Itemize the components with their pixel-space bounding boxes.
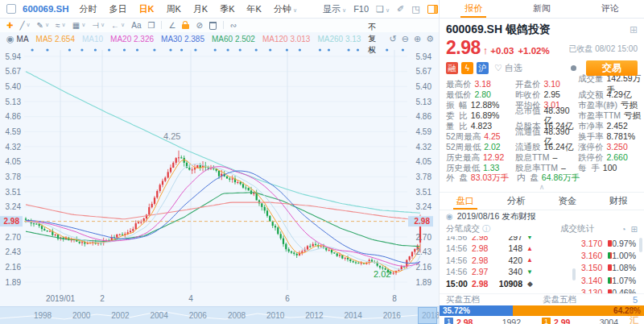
window-icon[interactable] (6, 4, 16, 14)
stat-row: 3.1401.07% (581, 274, 636, 286)
zoom-in-icon[interactable]: ⊕ (414, 34, 421, 44)
move-tool-icon[interactable]: ✚ (6, 21, 13, 30)
event-marker-icon (402, 48, 404, 51)
up-arrow-icon: ↑ (483, 44, 489, 56)
stat-price: 3.170 (581, 239, 603, 248)
field-value: 2.80 (475, 89, 491, 101)
tick-volume: 340 (497, 267, 522, 276)
panel-toggle-icon[interactable] (427, 5, 438, 14)
quote-field: 历史最高12.92 (446, 152, 515, 164)
period-tab-日K[interactable]: 日K (139, 3, 155, 15)
event-marker-icon (108, 48, 110, 51)
clock-icon[interactable]: ◔ (621, 225, 626, 234)
quote-tab-新闻[interactable]: 新闻 (508, 0, 576, 18)
margin-tag: 融 (446, 62, 458, 74)
quote-field: 股息TTM– (515, 152, 578, 164)
x-axis-label: 4 (188, 294, 193, 303)
event-marker-icon (68, 48, 71, 51)
y-axis-label-left: 5.40 (6, 82, 22, 91)
field-value: 8.781% (607, 131, 636, 143)
delete-drawings-icon[interactable] (209, 20, 217, 30)
stats-grid-icon[interactable]: ⊞ (631, 225, 638, 234)
ma-toggle[interactable]: ◉MA (6, 34, 29, 44)
navigator-thumb[interactable] (418, 307, 437, 324)
undo-icon[interactable]: ↺ (389, 34, 396, 44)
period-tab-月K[interactable]: 月K (193, 3, 208, 15)
sell1-row[interactable]: 1 2.99 3004 (542, 318, 639, 324)
zoom-out-icon[interactable]: ⊖ (402, 34, 409, 44)
grid-layout-icon[interactable]: ⊞ (630, 24, 638, 35)
tick-row: 14:562.98420▲ (446, 255, 533, 266)
ma-legend-MA260[interactable]: MA260 3.13 (317, 35, 361, 44)
tick-list[interactable]: 14:562.98297▼14:562.98148▲14:562.98420▲1… (446, 236, 533, 289)
chart-area: ✚╱∨✎∨≈∨▦∨⊣∨←∨Aa❐∠⊘∾ ◉MAMA5 2.654MA10 MA2… (0, 18, 439, 324)
period-tab-分钟[interactable]: 分钟∨ (274, 3, 297, 15)
event-marker-icon (328, 48, 330, 51)
ma-legend-MA5[interactable]: MA5 2.654 (36, 35, 75, 44)
detail-tab-资金[interactable]: 资金 (542, 193, 593, 210)
alert-bell-icon[interactable] (571, 65, 576, 71)
depth-level-toggle[interactable]: 5 (633, 295, 638, 305)
period-tab-多日[interactable]: 多日 (109, 3, 127, 15)
field-value: 3.10 (543, 79, 559, 90)
tick-direction-icon: ◆ (522, 280, 533, 288)
arrow-tool-icon[interactable]: ←∨ (111, 21, 125, 30)
angle-tool-icon[interactable]: ∠ (168, 21, 175, 30)
field-label: 跌停价 (578, 152, 604, 164)
stat-percent: 1.07% (612, 276, 636, 285)
level1-row: 1 2.98 1992 1 2.99 3004 (440, 316, 644, 324)
event-marker-icon (269, 48, 271, 51)
history-navigator[interactable]: 2018201620142012201020082006200420022000… (0, 306, 439, 324)
trade-button[interactable]: 交易 (586, 60, 638, 76)
field-value: 2.02 (484, 142, 500, 153)
pencil-tool-icon[interactable]: ✎∨ (37, 21, 50, 30)
lock-tool-icon[interactable] (182, 21, 189, 29)
period-tab-季K[interactable]: 季K (220, 3, 234, 15)
fib-tool-icon[interactable]: ▦∨ (72, 21, 86, 30)
stat-percent: 0.46% (612, 288, 636, 293)
adjust-mode-label[interactable]: 不复权 (368, 22, 382, 56)
period-tab-年K[interactable]: 年K (247, 3, 262, 15)
gear-icon[interactable]: ⚙ (426, 34, 434, 44)
tick-direction-icon: ▲ (522, 256, 533, 264)
tick-scrollbar[interactable] (572, 268, 576, 280)
quote-tab-报价[interactable]: 报价 (440, 0, 508, 18)
screenshot-icon[interactable]: ✐ (397, 4, 404, 15)
ma-legend-MA60[interactable]: MA60 2.502 (212, 35, 255, 44)
tick-volume: 10908 (497, 279, 522, 289)
ma-legend-MA120[interactable]: MA120 3.013 (262, 35, 311, 44)
fullscreen-icon[interactable]: ◳ (411, 4, 419, 15)
measure-tool-icon[interactable]: ⊣∨ (92, 21, 105, 30)
symbol-label[interactable]: 600069.SH (23, 4, 69, 14)
chevron-down-icon: ∨ (81, 22, 85, 28)
layout-dropdown[interactable]: ❏∨ (376, 4, 390, 15)
chevron-down-icon: ∨ (101, 22, 105, 28)
ma-legend-MA10[interactable]: MA10 (82, 35, 103, 44)
tick-list-title: 分笔成交 (446, 223, 480, 235)
text-tool-icon[interactable]: Aa (131, 21, 141, 30)
add-watchlist-button[interactable]: ♡ 自选 (494, 62, 522, 74)
display-dropdown[interactable]: 显示∨ (323, 3, 346, 15)
detail-tab-财报[interactable]: 财报 (593, 193, 644, 210)
announcement-row[interactable]: ◉ 2019/08/16 发布财报 (440, 210, 644, 223)
wave-tool-icon[interactable]: ≈∨ (56, 21, 66, 30)
hide-drawings-icon[interactable]: ⊘ (196, 21, 202, 30)
collapse-chevron-icon[interactable]: ∧ (440, 184, 644, 191)
detail-tab-分析[interactable]: 分析 (491, 193, 543, 210)
period-tab-周K[interactable]: 周K (167, 3, 181, 15)
stats-scrollbar[interactable] (639, 238, 642, 252)
quote-tab-评论[interactable]: 评论 (576, 0, 644, 18)
f10-button[interactable]: F10 (353, 4, 369, 14)
ma-legend-MA20[interactable]: MA20 2.326 (110, 35, 154, 44)
price-chart[interactable]: 2019/0124685.945.945.675.675.405.405.135… (0, 32, 439, 306)
buy1-row[interactable]: 1 2.98 1992 (444, 318, 542, 324)
line-tool-icon[interactable]: ╱∨ (19, 21, 30, 30)
info-icon[interactable]: ⓘ (482, 223, 490, 235)
magnet-tool-icon[interactable]: ∾ (230, 21, 237, 30)
pencil-tool-icon-glyph: ✎ (37, 21, 43, 30)
ma-legend-MA30[interactable]: MA30 2.385 (161, 35, 204, 44)
detail-tab-盘口[interactable]: 盘口 (440, 193, 491, 210)
period-tab-分时[interactable]: 分时 (80, 3, 97, 15)
stats-list[interactable]: 3.1700.97%3.1601.00%3.1501.08%3.1401.07%… (581, 237, 636, 293)
callout-tool-icon[interactable]: ❐ (147, 21, 155, 30)
